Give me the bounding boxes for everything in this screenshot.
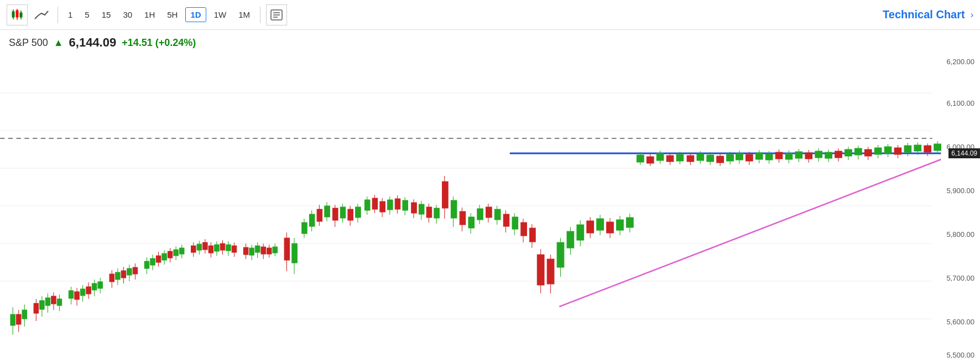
- candlestick-chart-button[interactable]: [7, 4, 28, 25]
- svg-rect-106: [292, 244, 297, 263]
- svg-rect-132: [395, 199, 400, 209]
- svg-rect-46: [86, 287, 91, 294]
- svg-rect-194: [676, 154, 684, 161]
- svg-rect-158: [503, 214, 509, 226]
- y-label-5600: 5,600.00: [946, 318, 977, 326]
- svg-rect-150: [468, 217, 475, 228]
- y-label-5500: 5,500.00: [946, 351, 977, 359]
- line-chart-button[interactable]: [31, 4, 52, 25]
- svg-rect-42: [75, 292, 79, 299]
- svg-rect-122: [356, 207, 361, 218]
- y-label-5900: 5,900.00: [946, 187, 977, 195]
- price-bar: S&P 500 ▲ 6,144.09 +14.51 (+0.24%): [0, 30, 980, 55]
- svg-rect-170: [557, 242, 564, 267]
- svg-rect-116: [333, 208, 338, 220]
- svg-rect-28: [22, 310, 27, 319]
- svg-rect-52: [110, 274, 114, 282]
- y-axis: 6,200.00 6,100.00 6,000.00 5,900.00 5,80…: [930, 55, 980, 362]
- svg-rect-184: [627, 218, 634, 227]
- svg-rect-118: [340, 207, 345, 218]
- svg-rect-128: [380, 201, 385, 212]
- time-button-1d[interactable]: 1D: [185, 7, 206, 22]
- svg-rect-176: [587, 221, 594, 233]
- svg-rect-136: [411, 203, 416, 213]
- svg-rect-142: [434, 208, 439, 218]
- svg-rect-224: [825, 152, 832, 158]
- svg-rect-228: [845, 149, 852, 156]
- svg-rect-138: [419, 204, 424, 214]
- svg-rect-190: [656, 153, 664, 161]
- time-button-5[interactable]: 5: [80, 8, 93, 22]
- chart-area[interactable]: .candle-green { fill: #22a722; stroke: #…: [0, 55, 980, 362]
- svg-rect-110: [309, 214, 314, 226]
- svg-rect-70: [168, 251, 172, 258]
- svg-rect-72: [174, 250, 178, 256]
- news-button[interactable]: [266, 4, 287, 25]
- svg-rect-152: [477, 209, 483, 220]
- svg-rect-214: [775, 152, 783, 159]
- svg-rect-146: [451, 200, 457, 218]
- time-button-1h[interactable]: 1H: [140, 8, 159, 22]
- svg-rect-60: [133, 267, 137, 274]
- svg-rect-174: [577, 225, 584, 240]
- svg-rect-54: [116, 272, 120, 280]
- svg-rect-62: [144, 261, 149, 268]
- y-label-5800: 5,800.00: [946, 230, 977, 239]
- svg-rect-220: [805, 153, 812, 159]
- svg-rect-98: [261, 247, 265, 254]
- svg-rect-162: [521, 223, 527, 236]
- svg-rect-30: [34, 303, 38, 313]
- svg-rect-188: [647, 157, 654, 163]
- time-button-1[interactable]: 1: [64, 8, 77, 22]
- svg-rect-182: [617, 220, 624, 230]
- svg-rect-88: [226, 245, 231, 251]
- index-name: S&P 500: [9, 37, 48, 49]
- svg-rect-26: [16, 314, 20, 324]
- svg-rect-38: [57, 299, 61, 306]
- svg-rect-78: [197, 244, 201, 250]
- toolbar: 1 5 15 30 1H 5H 1D 1W 1M Technical Chart…: [0, 0, 980, 30]
- svg-rect-186: [637, 155, 644, 162]
- time-button-5h[interactable]: 5H: [163, 8, 182, 22]
- svg-rect-58: [127, 268, 132, 275]
- svg-rect-3: [16, 11, 18, 17]
- candlestick-chart: .candle-green { fill: #22a722; stroke: #…: [0, 55, 980, 362]
- svg-rect-90: [232, 246, 236, 252]
- svg-rect-218: [795, 152, 802, 158]
- svg-rect-180: [607, 222, 614, 233]
- price-up-icon: ▲: [54, 37, 64, 49]
- time-button-1m[interactable]: 1M: [234, 8, 254, 22]
- svg-rect-198: [697, 154, 704, 161]
- svg-rect-82: [208, 246, 213, 253]
- price-value: 6,144.09: [69, 35, 117, 50]
- svg-rect-32: [40, 301, 44, 309]
- svg-rect-154: [486, 207, 492, 218]
- svg-rect-92: [243, 247, 248, 255]
- svg-rect-206: [736, 153, 743, 160]
- page-title: Technical Chart: [883, 8, 965, 21]
- svg-rect-160: [512, 217, 518, 229]
- svg-rect-24: [11, 314, 15, 325]
- svg-rect-40: [69, 291, 73, 298]
- svg-rect-120: [348, 209, 353, 220]
- svg-rect-148: [460, 211, 466, 225]
- svg-rect-234: [874, 148, 882, 154]
- svg-rect-202: [717, 156, 724, 163]
- time-button-30[interactable]: 30: [118, 8, 137, 22]
- svg-rect-226: [835, 151, 842, 158]
- title-arrow-icon: ›: [971, 10, 973, 20]
- y-label-6100: 6,100.00: [946, 99, 977, 107]
- svg-rect-96: [255, 246, 259, 252]
- y-label-5700: 5,700.00: [946, 274, 977, 282]
- svg-rect-164: [530, 228, 536, 242]
- svg-rect-0: [12, 12, 14, 17]
- time-button-1w[interactable]: 1W: [210, 8, 231, 22]
- svg-rect-84: [215, 245, 219, 251]
- svg-rect-6: [20, 13, 22, 17]
- svg-rect-76: [191, 246, 196, 252]
- svg-rect-134: [403, 200, 408, 210]
- svg-rect-126: [372, 198, 377, 209]
- time-button-15[interactable]: 15: [97, 8, 116, 22]
- svg-rect-140: [426, 207, 431, 218]
- svg-rect-178: [597, 219, 604, 230]
